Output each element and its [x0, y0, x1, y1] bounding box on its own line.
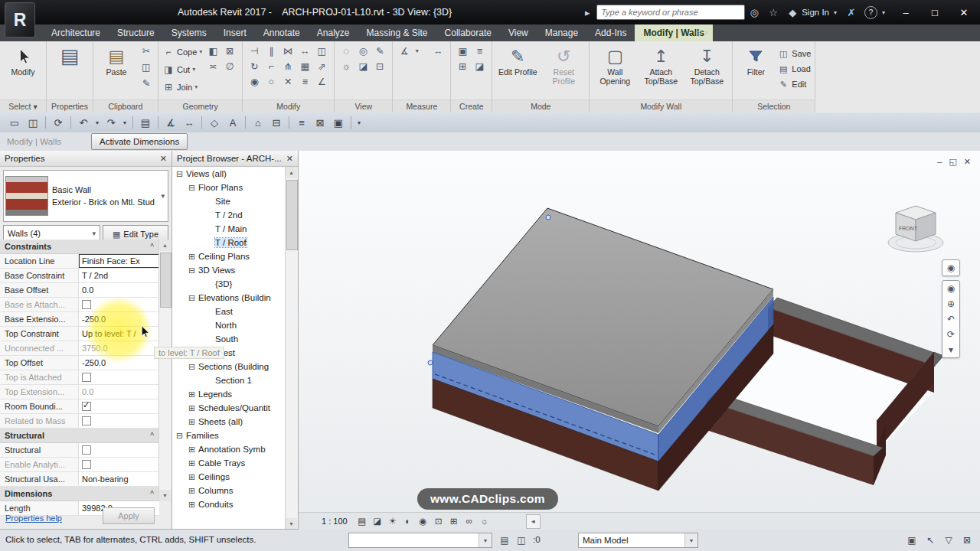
cut-profile-icon[interactable]: ◪ — [355, 59, 371, 73]
angle-icon[interactable]: ∠ — [314, 74, 329, 89]
tree-item[interactable]: South — [172, 332, 286, 346]
dimension-icon[interactable]: ↔ — [430, 44, 446, 58]
save-selection-button[interactable]: ◫ Save — [778, 47, 811, 60]
ribbon-display-toggle-icon[interactable]: ▭ ▾ — [689, 24, 714, 41]
align-icon[interactable]: ⊣ — [247, 44, 262, 58]
editable-only-icon[interactable]: ▣ — [905, 533, 919, 547]
undo-icon[interactable]: ↶ — [75, 115, 92, 130]
property-value[interactable]: 0.0 — [78, 385, 159, 399]
separator[interactable] — [289, 116, 289, 129]
project-browser-close-icon[interactable]: ✕ — [286, 154, 293, 164]
tree-item[interactable]: {3D} — [172, 277, 286, 291]
property-row[interactable]: Structural — [0, 443, 159, 458]
delete-icon[interactable]: ✕ — [280, 74, 296, 89]
properties-help-link[interactable]: Properties help — [5, 514, 62, 523]
paint-icon[interactable]: ◧ — [205, 44, 220, 58]
tree-item[interactable]: ⊞ Sheets (all) — [172, 415, 286, 429]
split-icon[interactable]: ⋔ — [280, 59, 296, 73]
match-properties-icon[interactable]: ≡ — [297, 74, 312, 89]
tree-item[interactable]: ⊞ Schedules/Quantit — [172, 401, 286, 415]
ribbon-tab[interactable]: Analyze — [309, 24, 358, 41]
join-button[interactable]: ⊞ Join ▾ — [162, 79, 202, 95]
tree-item[interactable]: T / Main — [172, 222, 286, 236]
property-row[interactable]: Structural ^ — [0, 429, 159, 443]
property-row[interactable]: Structural Usa... Non-bearing — [0, 472, 159, 487]
tree-item[interactable]: North — [172, 318, 286, 332]
view-restore-icon[interactable]: ◱ — [949, 157, 956, 167]
ribbon-tab[interactable]: Massing & Site — [358, 24, 436, 41]
array-icon[interactable]: ▦ — [297, 59, 312, 73]
tree-item[interactable]: ⊞ Cable Trays — [172, 456, 286, 470]
tree-toggle-icon[interactable]: ⊞ — [188, 403, 196, 413]
ribbon-tab[interactable]: Structure — [109, 24, 163, 41]
unjoin-icon[interactable]: ∅ — [222, 59, 237, 73]
property-value[interactable]: 3750.0 — [78, 341, 159, 355]
override-graphics-icon[interactable]: ◎ — [355, 44, 371, 58]
text-icon[interactable]: A — [224, 115, 241, 130]
tree-item[interactable]: Site — [172, 194, 286, 208]
measure-icon[interactable]: ∡ — [162, 115, 179, 130]
separator[interactable] — [245, 116, 246, 129]
zoom-icon[interactable]: ⊕ — [943, 296, 959, 311]
view-range-icon[interactable]: ⊡ — [372, 59, 387, 73]
print-icon[interactable]: ▤ — [137, 115, 154, 130]
separator[interactable] — [158, 116, 158, 129]
tree-item[interactable]: East — [172, 305, 286, 318]
create-similar-icon[interactable]: ≡ — [472, 44, 487, 58]
unpin-icon[interactable]: ○ — [263, 74, 279, 89]
property-row[interactable]: Base is Attach... — [0, 298, 159, 312]
tree-item[interactable]: ⊟ Sections (Building — [172, 360, 286, 373]
property-row[interactable]: Top is Attached — [0, 370, 159, 385]
press-drag-icon[interactable]: ↖ — [923, 533, 937, 547]
ribbon-tab[interactable]: Add-Ins — [586, 24, 635, 41]
viewcube[interactable]: FRONT — [879, 195, 952, 264]
wall-joins-icon[interactable]: ⊠ — [222, 44, 237, 58]
pin-icon[interactable]: ◉ — [247, 74, 262, 89]
detail-level-icon[interactable]: ▤ — [355, 515, 369, 528]
tree-toggle-icon[interactable]: ⊞ — [188, 500, 196, 510]
redo-dropdown-icon[interactable]: ▾ — [121, 115, 129, 130]
property-row[interactable]: Base Extensio... -250.0 — [0, 312, 159, 327]
offset-icon[interactable]: ∥ — [263, 44, 279, 58]
scroll-down-icon[interactable]: ▼ — [159, 490, 171, 501]
favorites-star-icon[interactable]: ☆ — [767, 7, 779, 18]
scroll-left-icon[interactable]: ◂ — [526, 514, 541, 529]
tree-toggle-icon[interactable]: ⊟ — [175, 431, 184, 441]
tree-toggle-icon[interactable]: ⊞ — [188, 252, 196, 262]
scrollbar-thumb[interactable] — [286, 180, 298, 250]
checkbox[interactable] — [82, 460, 91, 469]
maximize-button[interactable]: □ — [920, 0, 949, 24]
tree-item[interactable]: ⊟ Views (all) — [172, 167, 286, 181]
tree-toggle-icon[interactable]: ⊞ — [188, 486, 196, 496]
save-icon[interactable]: ◫ — [24, 115, 41, 130]
separator[interactable] — [132, 116, 133, 129]
workset-selector[interactable]: ▾ — [348, 533, 492, 548]
help-menu[interactable]: ? ▾ — [864, 6, 887, 19]
tree-item[interactable]: ⊞ Columns — [172, 484, 286, 497]
reveal-icon[interactable]: ☼ — [338, 59, 354, 73]
steering-wheel-icon[interactable]: ◉ — [943, 281, 959, 296]
beam-cope-icon[interactable]: ≍ — [205, 59, 220, 73]
type-selector[interactable]: Basic Wall Exterior - Brick on Mtl. Stud… — [3, 170, 168, 222]
shadows-icon[interactable]: ◐ — [401, 515, 415, 528]
checkbox[interactable] — [82, 445, 91, 455]
copy-to-clipboard-icon[interactable]: ◫ — [139, 60, 154, 74]
load-selection-button[interactable]: ▤ Load — [778, 62, 811, 76]
property-value[interactable]: -250.0 — [78, 312, 159, 326]
tree-item[interactable]: Section 1 — [172, 373, 286, 387]
scale-icon[interactable]: ⇗ — [314, 59, 329, 73]
ribbon-tab[interactable]: Manage — [537, 24, 586, 41]
create-group-icon[interactable]: ▣ — [455, 44, 470, 58]
scroll-up-icon[interactable]: ▲ — [286, 167, 297, 178]
ribbon-tab[interactable]: Collaborate — [436, 24, 500, 41]
tree-item[interactable]: ⊟ Floor Plans — [172, 181, 286, 194]
tree-item[interactable]: ⊟ Families — [172, 429, 286, 442]
temporary-hide-isolate-icon[interactable]: ∞ — [462, 515, 476, 528]
checkbox[interactable] — [82, 300, 91, 309]
tag-by-category-icon[interactable]: ◇ — [206, 115, 223, 130]
measure-tool-icon[interactable]: ∡ — [397, 44, 412, 58]
active-workset-icon[interactable]: ▤ — [498, 533, 511, 547]
ribbon-tab[interactable]: Insert — [215, 24, 255, 41]
edit-selection-button[interactable]: ✎ Edit — [778, 77, 811, 91]
exchange-apps-icon[interactable]: ✗ — [845, 7, 858, 18]
